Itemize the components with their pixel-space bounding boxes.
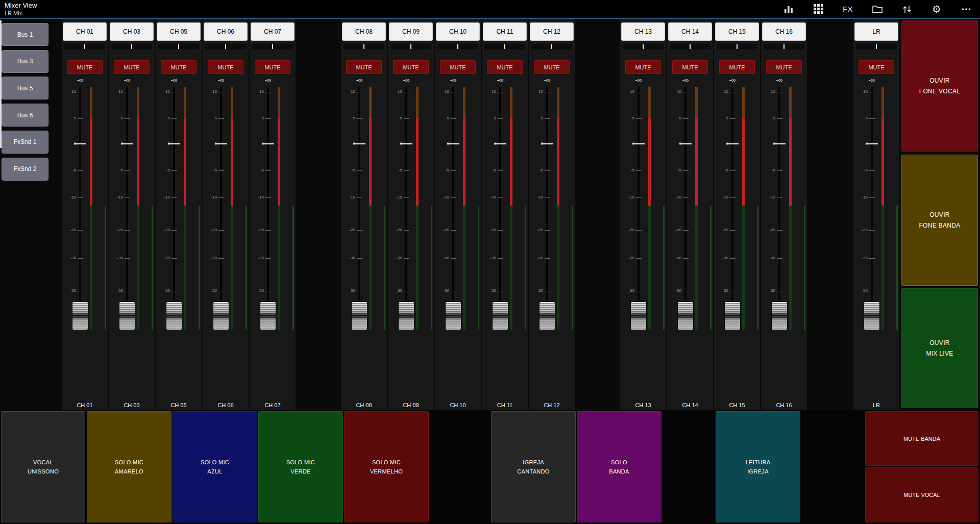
mute-button[interactable]: MUTE [67, 60, 103, 74]
fader[interactable]: 1050-5-10-20-30-50 [250, 87, 296, 330]
fader[interactable]: 1050-5-10-20-30-50 [853, 87, 899, 330]
monitor-button-ouvir-fone-vocal[interactable]: OUVIRFONE VOCAL [901, 20, 978, 152]
scene-button-solo-banda[interactable]: SOLOBANDA [577, 411, 662, 522]
channel-select-button[interactable]: CH 15 [715, 22, 759, 41]
mute-button[interactable]: MUTE [859, 60, 894, 74]
channel-select-button[interactable]: CH 11 [483, 22, 527, 41]
fader[interactable]: 1050-5-10-20-30-50 [435, 87, 481, 330]
fader-knob[interactable] [631, 302, 646, 330]
channel-select-button[interactable]: CH 09 [389, 22, 433, 41]
channel-select-button[interactable]: CH 06 [204, 22, 248, 41]
fader-track[interactable] [220, 87, 222, 330]
fader-track[interactable] [173, 87, 175, 330]
pan-indicator[interactable] [158, 44, 199, 49]
fader-track[interactable] [79, 87, 81, 330]
channel-select-button[interactable]: CH 14 [668, 22, 712, 41]
fader[interactable]: 1050-5-10-20-30-50 [109, 87, 155, 330]
mute-button[interactable]: MUTE [393, 60, 429, 74]
mute-button[interactable]: MUTE [208, 60, 243, 74]
fader[interactable]: 1050-5-10-20-30-50 [620, 87, 666, 330]
scene-button-vocal-unissono[interactable]: VOCALUNISSONO [1, 411, 85, 522]
mute-button[interactable]: MUTE [440, 60, 476, 74]
meters-icon[interactable] [782, 3, 795, 16]
mute-button[interactable]: MUTE [161, 60, 197, 74]
pan-indicator[interactable] [64, 44, 105, 49]
scene-button-igreja-cantando[interactable]: IGREJACANTANDO [491, 411, 576, 522]
mute-banda-button[interactable]: MUTE BANDA [865, 411, 978, 466]
pan-indicator[interactable] [484, 44, 525, 49]
fader[interactable]: 1050-5-10-20-30-50 [761, 87, 807, 330]
pan-indicator[interactable] [344, 44, 384, 49]
channel-select-button[interactable]: CH 01 [63, 22, 107, 41]
channel-select-button[interactable]: CH 13 [621, 22, 665, 41]
more-options-icon[interactable] [960, 3, 973, 16]
fader-knob[interactable] [213, 302, 229, 330]
fader-track[interactable] [778, 87, 780, 330]
fader-track[interactable] [638, 87, 640, 330]
bus-select-fxsnd-1[interactable]: FxSnd 1 [2, 131, 48, 154]
pan-indicator[interactable] [390, 44, 431, 49]
fader-track[interactable] [126, 87, 128, 330]
fader-knob[interactable] [166, 302, 182, 330]
pan-indicator[interactable] [764, 44, 804, 49]
channel-select-button[interactable]: CH 03 [110, 22, 154, 41]
monitor-button-ouvir-mix-live[interactable]: OUVIRMIX LIVE [901, 288, 978, 408]
channel-select-button[interactable]: CH 12 [530, 22, 574, 41]
grid-icon[interactable] [812, 3, 825, 16]
pan-indicator[interactable] [437, 44, 478, 49]
mute-vocal-button[interactable]: MUTE VOCAL [865, 467, 978, 522]
fx-icon[interactable]: FX [841, 3, 854, 16]
mute-button[interactable]: MUTE [719, 60, 755, 74]
mute-button[interactable]: MUTE [766, 60, 802, 74]
fader-track[interactable] [499, 87, 501, 330]
fader-knob[interactable] [399, 302, 414, 330]
mute-button[interactable]: MUTE [255, 60, 290, 74]
fader-knob[interactable] [446, 302, 461, 330]
mute-button[interactable]: MUTE [672, 60, 708, 74]
pan-indicator[interactable] [252, 44, 293, 49]
fader[interactable]: 1050-5-10-20-30-50 [667, 87, 713, 330]
fader[interactable]: 1050-5-10-20-30-50 [341, 87, 387, 330]
fader-knob[interactable] [260, 302, 276, 330]
pan-indicator[interactable] [111, 44, 152, 49]
fader[interactable]: 1050-5-10-20-30-50 [714, 87, 760, 330]
pan-indicator[interactable] [531, 44, 572, 49]
fader-track[interactable] [731, 87, 733, 330]
fader-knob[interactable] [540, 302, 555, 330]
pan-indicator[interactable] [205, 44, 246, 49]
fader-knob[interactable] [352, 302, 367, 330]
scene-button-solo-mic-azul[interactable]: SOLO MICAZUL [173, 411, 257, 522]
pan-indicator[interactable] [670, 44, 710, 49]
fader-track[interactable] [358, 87, 360, 330]
fader-track[interactable] [405, 87, 407, 330]
fader-track[interactable] [267, 87, 269, 330]
fader-knob[interactable] [678, 302, 693, 330]
channel-select-button[interactable]: CH 10 [436, 22, 480, 41]
scene-button-solo-mic-amarelo[interactable]: SOLO MICAMARELO [87, 411, 172, 522]
mute-button[interactable]: MUTE [346, 60, 382, 74]
monitor-button-ouvir-fone-banda[interactable]: OUVIRFONE BANDA [901, 155, 978, 286]
io-routing-icon[interactable] [900, 3, 914, 16]
mute-button[interactable]: MUTE [625, 60, 661, 74]
channel-select-button[interactable]: CH 05 [157, 22, 201, 41]
fader[interactable]: 1050-5-10-20-30-50 [388, 87, 434, 330]
scene-button-solo-mic-vermelho[interactable]: SOLO MICVERMELHO [344, 411, 429, 522]
fader-knob[interactable] [72, 302, 88, 330]
fader-track[interactable] [684, 87, 687, 330]
fader[interactable]: 1050-5-10-20-30-50 [203, 87, 249, 330]
fader-track[interactable] [871, 87, 873, 330]
fader-track[interactable] [452, 87, 454, 330]
fader-knob[interactable] [772, 302, 787, 330]
pan-indicator[interactable] [856, 44, 897, 49]
scene-button-leitura-igreja[interactable]: LEITURAIGREJA [716, 411, 800, 522]
fader[interactable]: 1050-5-10-20-30-50 [62, 87, 108, 330]
settings-gear-icon[interactable]: ⚙ [930, 3, 943, 16]
fader[interactable]: 1050-5-10-20-30-50 [529, 87, 575, 330]
channel-select-button[interactable]: CH 16 [762, 22, 806, 41]
pan-indicator[interactable] [717, 44, 757, 49]
channel-select-button[interactable]: CH 07 [251, 22, 295, 41]
fader-knob[interactable] [119, 302, 135, 330]
folder-icon[interactable] [871, 3, 884, 16]
fader[interactable]: 1050-5-10-20-30-50 [482, 87, 528, 330]
bus-select-bus-6[interactable]: Bus 6 [2, 104, 48, 127]
